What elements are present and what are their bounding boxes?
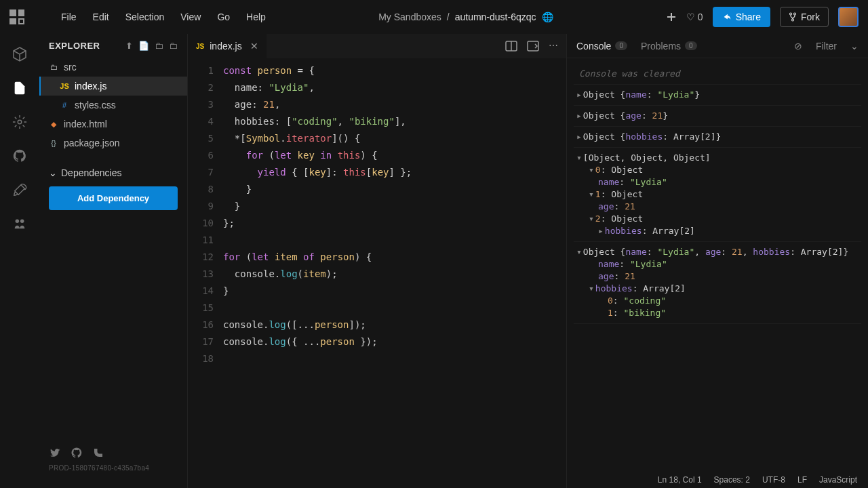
- editor-tab-bar: JS index.js ✕ ⋯: [188, 34, 566, 58]
- svg-point-3: [18, 120, 22, 124]
- menu-edit[interactable]: Edit: [93, 12, 109, 22]
- menu-view[interactable]: View: [180, 12, 201, 22]
- activity-github-icon[interactable]: [12, 148, 28, 164]
- twitter-icon[interactable]: [49, 447, 61, 459]
- activity-settings-icon[interactable]: [12, 114, 28, 130]
- breadcrumb: My Sandboxes / autumn-dust-6qzqc 🌐: [278, 12, 654, 22]
- activity-bar: [0, 34, 39, 488]
- more-icon[interactable]: ⋯: [549, 40, 558, 52]
- svg-point-5: [20, 220, 24, 224]
- activity-explorer-icon[interactable]: [12, 80, 28, 96]
- fork-button[interactable]: Fork: [780, 7, 829, 27]
- file-tree: 🗀src JSindex.js #styles.css ◆index.html …: [39, 58, 187, 152]
- share-button[interactable]: Share: [713, 7, 770, 27]
- new-folder-icon[interactable]: 🗀: [155, 41, 163, 51]
- privacy-icon[interactable]: 🌐: [542, 12, 553, 22]
- activity-sandbox-icon[interactable]: [12, 46, 28, 62]
- menu-go[interactable]: Go: [217, 12, 230, 22]
- logo-icon[interactable]: [9, 9, 24, 24]
- build-id: PROD-1580767480-c435a7ba4: [49, 464, 178, 472]
- split-editor-icon[interactable]: [505, 40, 517, 52]
- problems-tab[interactable]: Problems0: [641, 41, 697, 52]
- main-menu: File Edit Selection View Go Help: [61, 12, 266, 22]
- menu-help[interactable]: Help: [246, 12, 266, 22]
- breadcrumb-root[interactable]: My Sandboxes: [378, 12, 441, 22]
- file-index-html[interactable]: ◆index.html: [39, 115, 187, 134]
- svg-point-4: [16, 220, 19, 224]
- menu-selection[interactable]: Selection: [125, 12, 165, 22]
- svg-point-1: [794, 13, 796, 15]
- file-index-js[interactable]: JSindex.js: [39, 77, 187, 96]
- spectrum-icon[interactable]: [92, 447, 104, 459]
- encoding-info[interactable]: UTF-8: [762, 475, 785, 485]
- chevron-down-icon[interactable]: ⌄: [850, 41, 859, 52]
- likes-button[interactable]: ♡ 0: [686, 12, 703, 22]
- dependencies-toggle[interactable]: ⌄Dependencies: [49, 167, 178, 178]
- avatar[interactable]: [838, 7, 859, 27]
- download-icon[interactable]: 🗀: [169, 41, 178, 51]
- console-output[interactable]: Console was cleared ▸Object {name: "Lydi…: [567, 58, 868, 488]
- upload-icon[interactable]: ⬆: [125, 41, 133, 51]
- chevron-down-icon: ⌄: [49, 167, 57, 178]
- tab-index-js[interactable]: JS index.js ✕: [188, 34, 267, 58]
- file-styles-css[interactable]: #styles.css: [39, 96, 187, 115]
- cursor-position[interactable]: Ln 18, Col 1: [658, 475, 702, 485]
- console-tab[interactable]: Console0: [576, 41, 627, 52]
- popout-icon[interactable]: [527, 40, 539, 52]
- github-icon[interactable]: [71, 447, 83, 459]
- menu-file[interactable]: File: [61, 12, 77, 22]
- svg-point-0: [790, 13, 792, 15]
- eol-info[interactable]: LF: [797, 475, 807, 485]
- indent-info[interactable]: Spaces: 2: [714, 475, 750, 485]
- add-icon[interactable]: [666, 12, 677, 22]
- language-mode[interactable]: JavaScript: [819, 475, 857, 485]
- folder-src[interactable]: 🗀src: [39, 58, 187, 77]
- filter-label[interactable]: Filter: [816, 41, 837, 52]
- new-file-icon[interactable]: 📄: [138, 41, 149, 51]
- js-icon: JS: [196, 43, 204, 50]
- svg-point-2: [792, 19, 794, 21]
- status-bar: Ln 18, Col 1 Spaces: 2 UTF-8 LF JavaScri…: [0, 472, 868, 488]
- clear-console-icon[interactable]: ⊘: [794, 41, 802, 52]
- file-package-json[interactable]: {}package.json: [39, 134, 187, 152]
- activity-live-icon[interactable]: [12, 216, 28, 232]
- close-tab-icon[interactable]: ✕: [250, 41, 258, 52]
- code-editor[interactable]: 123456789101112131415161718 const person…: [188, 58, 566, 488]
- sandbox-name[interactable]: autumn-dust-6qzqc: [455, 12, 536, 22]
- add-dependency-button[interactable]: Add Dependency: [49, 186, 178, 210]
- explorer-title: EXPLORER: [49, 41, 120, 51]
- activity-deploy-icon[interactable]: [12, 182, 28, 198]
